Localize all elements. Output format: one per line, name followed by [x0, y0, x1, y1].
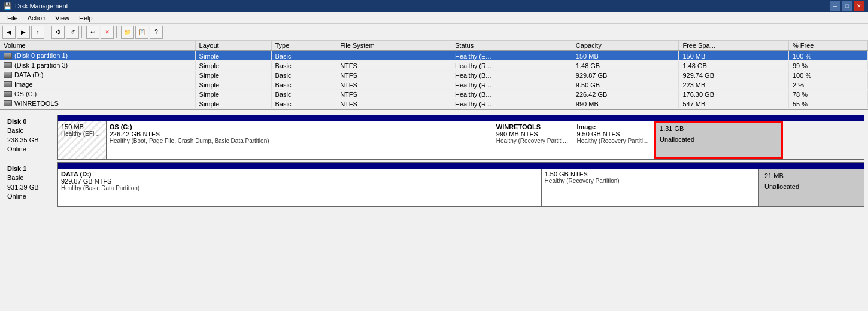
vol-capacity: 1.48 GB: [572, 61, 679, 71]
unalloc-size: 21 MB: [762, 170, 861, 181]
disk0-label: Disk 0 Basic 238.35 GB Online: [4, 115, 57, 160]
toolbar-sep1: [47, 26, 49, 38]
partition-image[interactable]: Image 9.50 GB NTFS Healthy (Recovery Par…: [573, 121, 654, 159]
vol-free: 223 MB: [679, 80, 789, 90]
volume-row-4[interactable]: OS (C:) Simple Basic NTFS Healthy (B... …: [0, 90, 868, 99]
toolbar-undo[interactable]: ↩: [86, 26, 99, 39]
close-button[interactable]: ✕: [854, 1, 864, 11]
vol-free: 929.74 GB: [679, 71, 789, 80]
vol-capacity: 226.42 GB: [572, 90, 679, 99]
vol-type: Basic: [271, 51, 336, 61]
part-size: 9.50 GB NTFS: [576, 130, 651, 138]
vol-pct: 99 %: [788, 61, 867, 71]
vol-pct: 78 %: [788, 90, 867, 99]
part-size: 226.42 GB NTFS: [110, 130, 490, 138]
vol-icon-rect: [4, 100, 12, 106]
part-size: 929.87 GB NTFS: [61, 178, 538, 185]
vol-layout: Simple: [195, 51, 271, 61]
part-size: 990 MB NTFS: [496, 130, 570, 138]
partition-recovery1[interactable]: 1.50 GB NTFS Healthy (Recovery Partition…: [542, 169, 759, 206]
vol-type: Basic: [271, 80, 336, 90]
vol-layout: Simple: [195, 99, 271, 109]
partition-efi[interactable]: 150 MB Healthy (EFI System Partition): [58, 121, 107, 159]
title-bar: 💾 Disk Management ─ □ ✕: [0, 0, 868, 12]
partition-winretools[interactable]: WINRETOOLS 990 MB NTFS Healthy (Recovery…: [493, 121, 574, 159]
part-status: Healthy (Recovery Partition): [545, 178, 755, 184]
vol-name: WINRETOOLS: [0, 99, 195, 109]
disk0-header-bar: [58, 115, 864, 121]
part-size: 1.50 GB NTFS: [545, 170, 755, 178]
partition-data[interactable]: DATA (D:) 929.87 GB NTFS Healthy (Basic …: [58, 169, 542, 206]
vol-icon-rect: [4, 91, 12, 97]
volume-row-2[interactable]: DATA (D:) Simple Basic NTFS Healthy (B..…: [0, 71, 868, 80]
main-area: Volume Layout Type File System Status Ca…: [0, 41, 868, 311]
vol-name: (Disk 0 partition 1): [0, 51, 195, 61]
vol-icon-rect: [4, 81, 12, 87]
col-status: Status: [451, 41, 572, 51]
part-label: OS (C:): [110, 123, 490, 130]
toolbar-up[interactable]: ↑: [31, 26, 44, 39]
vol-type: Basic: [271, 61, 336, 71]
toolbar-back[interactable]: ◀: [2, 26, 16, 39]
menu-view[interactable]: View: [50, 13, 74, 23]
menu-help[interactable]: Help: [74, 13, 98, 23]
toolbar-new[interactable]: 📁: [121, 26, 134, 39]
unalloc-sublabel: Unallocated: [762, 181, 861, 192]
volume-row-0[interactable]: (Disk 0 partition 1) Simple Basic Health…: [0, 51, 868, 61]
toolbar-sep3: [116, 26, 119, 38]
disk0-partitions: 150 MB Healthy (EFI System Partition) OS…: [57, 115, 864, 160]
vol-icon-rect: [4, 53, 12, 59]
col-free: Free Spa...: [679, 41, 789, 51]
col-capacity: Capacity: [572, 41, 679, 51]
disk-area: Disk 0 Basic 238.35 GB Online 150 MB Hea…: [0, 110, 868, 311]
vol-fs: NTFS: [336, 90, 451, 99]
minimize-button[interactable]: ─: [830, 1, 840, 11]
vol-status: Healthy (E...: [451, 51, 572, 61]
disk1-type: Basic: [7, 173, 54, 182]
vol-icon-rect: [4, 72, 12, 78]
disk1-partitions: DATA (D:) 929.87 GB NTFS Healthy (Basic …: [57, 162, 864, 207]
vol-fs: NTFS: [336, 61, 451, 71]
title-bar-text: Disk Management: [15, 2, 68, 10]
disk1-row: Disk 1 Basic 931.39 GB Online DATA (D:) …: [4, 162, 864, 207]
vol-free: 547 MB: [679, 99, 789, 109]
col-layout: Layout: [195, 41, 271, 51]
part-label: DATA (D:): [61, 170, 538, 178]
partition-unalloc1[interactable]: 21 MB Unallocated: [759, 169, 864, 206]
vol-free: 176.30 GB: [679, 90, 789, 99]
unalloc-sublabel: Unallocated: [657, 134, 780, 145]
menu-file[interactable]: File: [2, 13, 23, 23]
vol-status: Healthy (B...: [451, 71, 572, 80]
disk1-header-bar: [58, 163, 864, 169]
col-fs: File System: [336, 41, 451, 51]
volume-row-5[interactable]: WINRETOOLS Simple Basic NTFS Healthy (R.…: [0, 99, 868, 109]
partition-unalloc0[interactable]: 1.31 GB Unallocated: [654, 121, 783, 159]
part-status: Healthy (Boot, Page File, Crash Dump, Ba…: [110, 138, 490, 144]
volume-row-1[interactable]: (Disk 1 partition 3) Simple Basic NTFS H…: [0, 61, 868, 71]
toolbar-help[interactable]: ?: [150, 26, 163, 39]
toolbar-delete[interactable]: ✕: [101, 26, 114, 39]
title-bar-icon: 💾: [4, 2, 12, 10]
part-status: Healthy (Recovery Partition): [496, 138, 570, 144]
vol-capacity: 9.50 GB: [572, 80, 679, 90]
volume-table: Volume Layout Type File System Status Ca…: [0, 41, 868, 110]
toolbar-properties[interactable]: ⚙: [51, 26, 65, 39]
toolbar-forward[interactable]: ▶: [17, 26, 30, 39]
disk0-name: Disk 0: [7, 117, 54, 126]
part-status: Healthy (Recovery Partition): [576, 138, 651, 144]
vol-status: Healthy (B...: [451, 90, 572, 99]
toolbar-copy[interactable]: 📋: [135, 26, 148, 39]
vol-status: Healthy (R...: [451, 99, 572, 109]
maximize-button[interactable]: □: [842, 1, 852, 11]
partition-os[interactable]: OS (C:) 226.42 GB NTFS Healthy (Boot, Pa…: [107, 121, 493, 159]
disk0-size: 238.35 GB: [7, 136, 54, 145]
disk0-partitions-inner: 150 MB Healthy (EFI System Partition) OS…: [58, 115, 864, 159]
toolbar: ◀ ▶ ↑ ⚙ ↺ ↩ ✕ 📁 📋 ?: [0, 24, 868, 41]
menu-action[interactable]: Action: [23, 13, 51, 23]
volume-row-3[interactable]: Image Simple Basic NTFS Healthy (R... 9.…: [0, 80, 868, 90]
vol-layout: Simple: [195, 71, 271, 80]
vol-free: 1.48 GB: [679, 61, 789, 71]
vol-pct: 55 %: [788, 99, 867, 109]
toolbar-refresh[interactable]: ↺: [66, 26, 79, 39]
disk0-status: Online: [7, 145, 54, 154]
